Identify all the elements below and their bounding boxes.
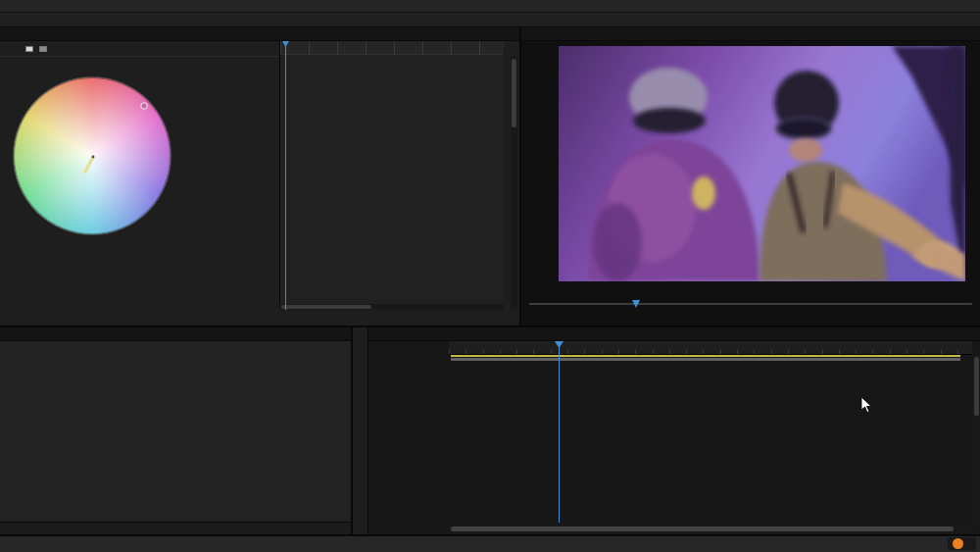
program-scrub-bar[interactable] [529, 300, 972, 309]
skydive-frame-art [559, 46, 965, 281]
balance-angle-handle[interactable] [85, 157, 93, 172]
clip-swatch-icon [39, 46, 47, 52]
effect-controls-vscrollbar[interactable] [511, 57, 517, 310]
wheel-overlay [14, 77, 172, 236]
scrollbar-thumb[interactable] [974, 357, 979, 416]
timeline-playhead[interactable] [559, 341, 560, 523]
timeline-body [368, 341, 980, 534]
mini-timeline-hscrollbar[interactable] [279, 304, 504, 310]
mini-timeline-playhead[interactable] [285, 41, 286, 310]
ime-logo[interactable] [953, 538, 963, 549]
scrollbar-thumb[interactable] [281, 305, 371, 309]
effect-controls-tabbar [0, 27, 519, 41]
scrollbar-thumb[interactable] [451, 527, 954, 531]
transport-controls [521, 312, 980, 326]
workspace-bar [0, 13, 980, 26]
render-bar [451, 355, 960, 357]
program-monitor-body [521, 41, 980, 326]
effect-controls-body [0, 41, 519, 326]
work-area-bar[interactable] [451, 358, 960, 361]
wheel-center-dot [92, 156, 95, 159]
effect-controls-panel [0, 27, 519, 326]
effect-controls-mini-timeline[interactable] [279, 41, 504, 310]
effects-panel-body [0, 341, 351, 534]
timeline-vscrollbar[interactable] [973, 355, 980, 525]
clip-swatch-icon [25, 46, 33, 52]
timeline-ruler[interactable] [449, 341, 972, 355]
program-monitor-tabbar [521, 27, 980, 41]
menu-bar [0, 0, 980, 13]
clip-header-row [0, 41, 279, 57]
timeline-hscrollbar[interactable] [449, 526, 972, 532]
timeline-tabbar [368, 327, 980, 341]
tools-panel [353, 327, 368, 534]
balance-magnitude-handle[interactable] [141, 103, 147, 109]
premiere-app [0, 0, 980, 552]
program-info-row [529, 286, 972, 298]
scrub-track[interactable] [529, 303, 972, 305]
timeline-panel [368, 327, 980, 534]
mini-timeline-ruler[interactable] [280, 41, 504, 55]
hue-balance-wheel[interactable] [13, 76, 172, 235]
effects-panel-footer [0, 522, 351, 534]
status-bar [0, 535, 980, 552]
ime-widget[interactable] [948, 537, 976, 550]
program-monitor-panel [521, 27, 980, 326]
scrollbar-thumb[interactable] [512, 59, 516, 127]
timeline-tracks [368, 341, 980, 534]
effects-panel-tabbar [0, 327, 351, 341]
effects-panel [0, 327, 351, 534]
mouse-cursor [860, 396, 872, 414]
program-video-frame[interactable] [559, 46, 965, 281]
